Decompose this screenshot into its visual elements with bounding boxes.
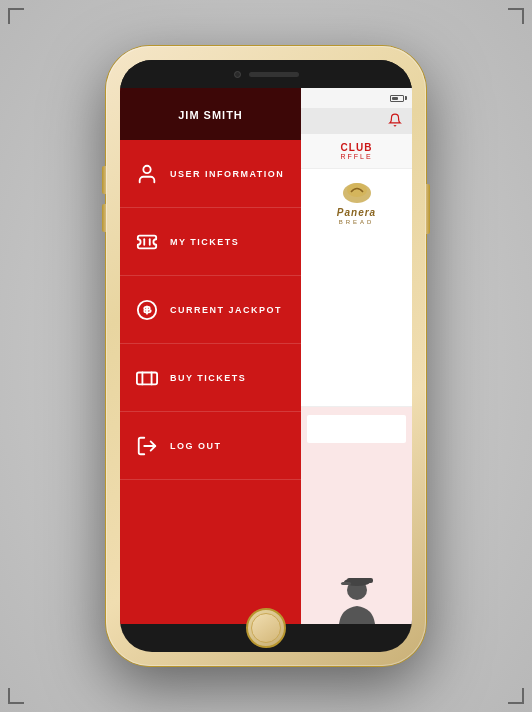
camera-dot — [234, 71, 241, 78]
svg-rect-14 — [341, 582, 351, 585]
menu-item-current-jackpot[interactable]: CURRENT JACKPOT — [120, 276, 301, 344]
menu-label-user-information: USER INFORMATION — [170, 169, 284, 179]
phone-screen: JIM SMITH USER INFORMATION — [120, 60, 412, 652]
panera-logo: Panera BREAD — [337, 179, 376, 225]
svg-rect-13 — [347, 578, 373, 583]
raffle-label: RFFLE — [309, 153, 404, 160]
home-button-inner — [251, 613, 281, 643]
top-bar — [120, 60, 412, 88]
corner-marker-br — [508, 688, 524, 704]
menu-item-log-out[interactable]: LOG OUT — [120, 412, 301, 480]
buy-ticket-icon — [136, 367, 158, 389]
bell-icon[interactable] — [388, 113, 404, 129]
menu-header: JIM SMITH — [120, 88, 301, 140]
phone-wrapper: JIM SMITH USER INFORMATION — [0, 0, 532, 712]
panera-area: Panera BREAD — [301, 169, 412, 407]
person-silhouette-area — [301, 447, 412, 624]
battery-icon — [390, 95, 404, 102]
svg-point-10 — [347, 183, 367, 197]
menu-label-my-tickets: MY TICKETS — [170, 237, 239, 247]
menu-label-current-jackpot: CURRENT JACKPOT — [170, 305, 282, 315]
corner-marker-bl — [8, 688, 24, 704]
menu-items: USER INFORMATION MY TICKE — [120, 140, 301, 624]
screen: JIM SMITH USER INFORMATION — [120, 88, 412, 624]
user-name: JIM SMITH — [178, 109, 243, 121]
person-icon — [136, 163, 158, 185]
pink-overlay-area — [301, 407, 412, 624]
menu-panel: JIM SMITH USER INFORMATION — [120, 88, 301, 624]
status-bar — [301, 88, 412, 108]
menu-item-buy-tickets[interactable]: BUY TICKETS — [120, 344, 301, 412]
menu-item-my-tickets[interactable]: MY TICKETS — [120, 208, 301, 276]
battery-fill — [392, 97, 399, 100]
club-area: CLUB RFFLE — [301, 134, 412, 169]
bread-text: BREAD — [339, 219, 375, 225]
menu-label-buy-tickets: BUY TICKETS — [170, 373, 246, 383]
menu-label-log-out: LOG OUT — [170, 441, 222, 451]
svg-point-0 — [143, 165, 150, 172]
panera-logo-icon — [341, 179, 373, 205]
notification-bar — [301, 108, 412, 134]
menu-item-user-information[interactable]: USER INFORMATION — [120, 140, 301, 208]
volume-down-button[interactable] — [102, 204, 106, 232]
power-button[interactable] — [426, 184, 430, 234]
club-label: CLUB — [309, 142, 404, 153]
speaker — [249, 72, 299, 77]
svg-rect-5 — [137, 372, 157, 384]
ticket-icon — [136, 231, 158, 253]
phone-frame: JIM SMITH USER INFORMATION — [106, 46, 426, 666]
corner-marker-tl — [8, 8, 24, 24]
white-box — [307, 415, 406, 443]
logout-icon — [136, 435, 158, 457]
volume-up-button[interactable] — [102, 166, 106, 194]
corner-marker-tr — [508, 8, 524, 24]
person-silhouette-icon — [331, 572, 383, 624]
dollar-circle-icon — [136, 299, 158, 321]
home-button[interactable] — [246, 608, 286, 648]
content-panel: CLUB RFFLE Panera — [301, 88, 412, 624]
panera-text: Panera — [337, 207, 376, 218]
